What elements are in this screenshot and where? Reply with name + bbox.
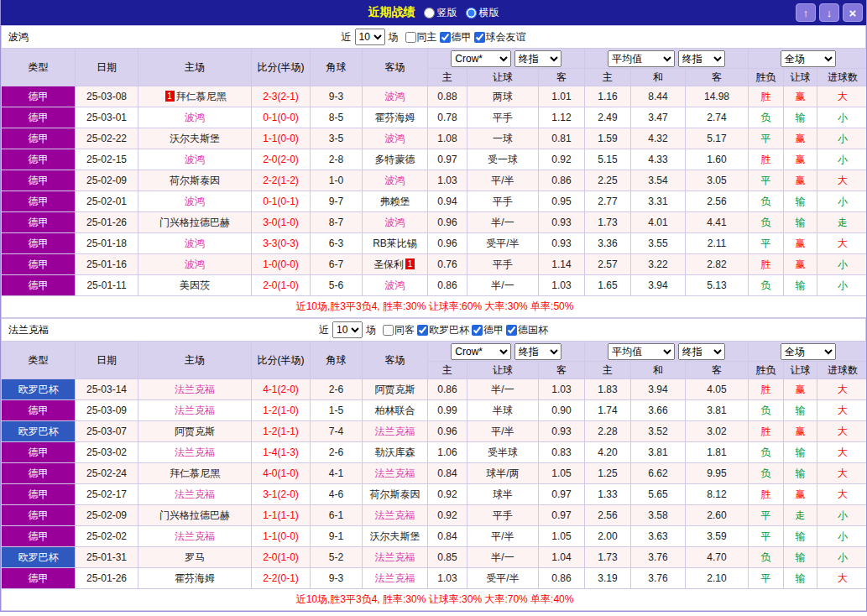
away-team-name[interactable]: 法兰克福 <box>375 467 415 479</box>
filter-option[interactable]: 德甲 <box>440 30 472 44</box>
filter-checkbox[interactable] <box>417 325 428 336</box>
away-team-name[interactable]: 圣保利 <box>373 258 404 270</box>
col-away-header: 客场 <box>363 342 428 379</box>
away-team-name[interactable]: 弗赖堡 <box>380 196 410 207</box>
team-results-section: 法兰克福 近 10 场 同客欧罗巴杯德甲德国杯 类型 日期 <box>1 318 866 611</box>
away-team-name[interactable]: 荷尔斯泰因 <box>370 488 420 500</box>
away-team-cell: 圣保利1 <box>363 254 428 275</box>
avg-stage-select[interactable]: 终指 <box>678 50 725 67</box>
goals-result-cell: 小 <box>817 547 867 568</box>
home-team-name[interactable]: 罗马 <box>185 551 205 563</box>
avg-home-odds: 5.15 <box>585 149 631 170</box>
away-team-name[interactable]: 霍芬海姆 <box>375 112 415 123</box>
match-count-select[interactable]: 10 <box>332 321 363 338</box>
odds-source-select[interactable]: Crow* <box>451 50 511 67</box>
home-team-name[interactable]: 沃尔夫斯堡 <box>170 133 220 144</box>
filter-checkbox[interactable] <box>440 32 451 43</box>
layout-horizontal-option[interactable]: 横版 <box>466 6 499 20</box>
away-team-name[interactable]: 波鸿 <box>385 91 405 102</box>
away-team-name[interactable]: 波鸿 <box>385 175 405 186</box>
layout-vertical-option[interactable]: 竖版 <box>424 6 457 20</box>
away-team-name[interactable]: 阿贾克斯 <box>375 384 415 395</box>
away-team-name[interactable]: 波鸿 <box>385 217 405 228</box>
away-team-name[interactable]: 法兰克福 <box>375 425 415 437</box>
avg-home-odds: 2.28 <box>585 421 631 442</box>
home-team-name[interactable]: 法兰克福 <box>175 488 215 500</box>
handicap-line: 半/一 <box>467 212 539 233</box>
score-cell: 1-2(1-1) <box>252 421 311 442</box>
home-team-name[interactable]: 阿贾克斯 <box>175 425 215 437</box>
home-team-name[interactable]: 波鸿 <box>185 258 205 270</box>
away-team-name[interactable]: 沃尔夫斯堡 <box>370 530 420 542</box>
avg-source-select[interactable]: 平均值 <box>608 50 675 67</box>
filter-option[interactable]: 德甲 <box>472 323 504 337</box>
vertical-radio[interactable] <box>424 8 435 18</box>
home-team-name[interactable]: 波鸿 <box>185 238 205 249</box>
average-odds-group: 平均值 终指 <box>585 342 749 362</box>
summary-row: 近10场,胜3平3负4, 胜率:30% 让球率:60% 大率:30% 单率:50… <box>2 296 867 318</box>
filter-checkbox[interactable] <box>472 325 483 336</box>
handicap-result-cell: 输 <box>784 526 817 547</box>
handicap-line: 平/半 <box>467 421 539 442</box>
fulltime-select[interactable]: 全场 <box>781 343 836 360</box>
home-team-name[interactable]: 法兰克福 <box>175 405 215 416</box>
filter-option[interactable]: 同客 <box>383 323 415 337</box>
filter-option[interactable]: 欧罗巴杯 <box>417 323 469 337</box>
avg-source-select[interactable]: 平均值 <box>608 343 675 360</box>
filter-option[interactable]: 同主 <box>405 30 437 44</box>
home-team-name[interactable]: 波鸿 <box>185 196 205 207</box>
date-cell: 25-03-14 <box>76 379 138 400</box>
home-team-name[interactable]: 美因茨 <box>180 279 210 291</box>
home-team-name[interactable]: 荷尔斯泰因 <box>170 175 220 186</box>
handicap-result-cell: 赢 <box>784 170 817 191</box>
filter-checkbox[interactable] <box>474 32 485 43</box>
home-team-name[interactable]: 法兰克福 <box>175 530 215 542</box>
home-team-name[interactable]: 拜仁慕尼黑 <box>176 91 227 102</box>
scroll-down-button[interactable]: ↓ <box>819 3 839 22</box>
corner-cell: 4-1 <box>311 463 363 484</box>
league-cell: 德甲 <box>2 86 76 107</box>
filter-checkbox[interactable] <box>506 325 517 336</box>
away-team-name[interactable]: 波鸿 <box>385 133 405 144</box>
handicap-result-cell: 赢 <box>784 254 817 275</box>
away-team-name[interactable]: RB莱比锡 <box>373 238 417 249</box>
home-team-name[interactable]: 波鸿 <box>185 112 205 123</box>
avg-stage-select[interactable]: 终指 <box>678 343 725 360</box>
odds-source-select[interactable]: Crow* <box>451 343 511 360</box>
odds-stage-select[interactable]: 终指 <box>514 343 561 360</box>
filter-checkbox[interactable] <box>383 325 394 336</box>
close-button[interactable]: × <box>843 3 863 22</box>
horizontal-radio[interactable] <box>466 8 477 18</box>
handicap-away-odds: 0.92 <box>539 149 585 170</box>
filter-controls: 近 10 场 同主德甲球会友谊 <box>342 29 526 45</box>
away-team-name[interactable]: 柏林联合 <box>375 405 415 416</box>
home-team-name[interactable]: 法兰克福 <box>175 446 215 458</box>
home-team-name[interactable]: 霍芬海姆 <box>175 572 215 584</box>
summary-text: 近10场,胜3平3负4, 胜率:30% 让球率:30% 大率:70% 单率:40… <box>2 589 867 611</box>
odds-stage-select[interactable]: 终指 <box>514 50 561 67</box>
home-team-name[interactable]: 门兴格拉德巴赫 <box>159 217 230 228</box>
match-count-select[interactable]: 10 <box>355 29 385 45</box>
home-team-name[interactable]: 波鸿 <box>185 154 205 165</box>
col-home-header: 主场 <box>138 342 252 379</box>
filter-option[interactable]: 球会友谊 <box>474 30 526 44</box>
away-team-name[interactable]: 多特蒙德 <box>375 154 415 165</box>
away-team-name[interactable]: 法兰克福 <box>375 572 415 584</box>
home-team-name[interactable]: 拜仁慕尼黑 <box>170 467 220 479</box>
goals-result-cell: 小 <box>817 128 867 149</box>
fulltime-select[interactable]: 全场 <box>781 50 836 67</box>
recent-results-panel: 近期战绩 竖版 横版 ↑ ↓ × 波鸿 近 10 场 <box>0 0 867 612</box>
filter-option[interactable]: 德国杯 <box>506 323 548 337</box>
away-team-name[interactable]: 勒沃库森 <box>375 446 415 458</box>
home-team-name[interactable]: 门兴格拉德巴赫 <box>159 509 230 521</box>
away-team-name[interactable]: 法兰克福 <box>375 551 415 563</box>
corner-cell: 5-2 <box>311 547 363 568</box>
goals-result-cell: 小 <box>817 275 867 296</box>
league-cell: 德甲 <box>2 128 76 149</box>
date-cell: 25-01-26 <box>76 568 138 589</box>
scroll-up-button[interactable]: ↑ <box>796 3 816 22</box>
away-team-name[interactable]: 波鸿 <box>385 279 405 291</box>
away-team-name[interactable]: 法兰克福 <box>375 509 415 521</box>
home-team-name[interactable]: 法兰克福 <box>175 384 215 395</box>
filter-checkbox[interactable] <box>405 32 416 43</box>
